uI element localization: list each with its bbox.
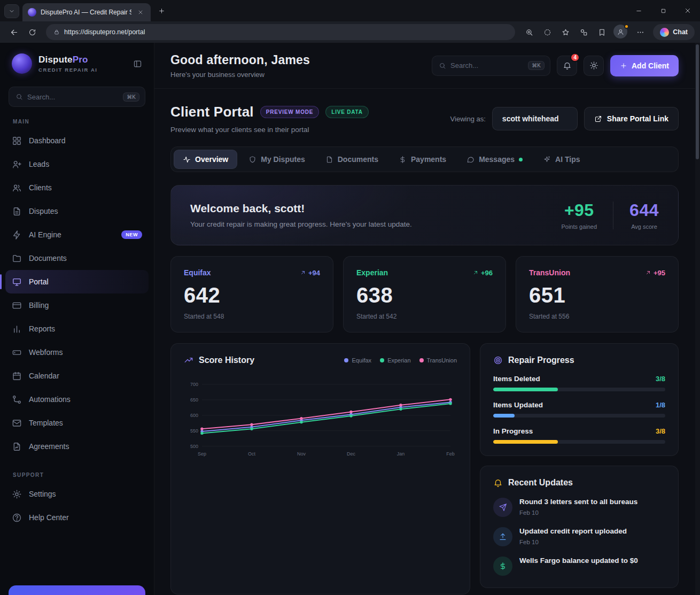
sidebar-item-ai-engine[interactable]: AI Engine NEW	[5, 223, 149, 246]
bureau-name: Equifax	[184, 268, 211, 277]
plus-icon	[620, 62, 627, 69]
notifications-button[interactable]: 4	[557, 56, 577, 76]
dollar-icon	[493, 557, 512, 576]
score-history-title: Score History	[199, 356, 254, 365]
client-selector[interactable]: scott whitehead	[492, 107, 578, 130]
tab-label: Overview	[195, 155, 228, 164]
update-date: Feb 10	[519, 509, 637, 516]
welcome-subtitle: Your credit repair is making great progr…	[190, 220, 412, 228]
sidebar-item-label: Help Center	[29, 513, 69, 522]
sidebar-item-templates[interactable]: Templates	[5, 411, 149, 435]
update-text: Wells Fargo balance updated to $0	[519, 557, 638, 566]
window-controls	[626, 0, 700, 21]
tab-my-disputes[interactable]: My Disputes	[239, 150, 314, 169]
brand-name: DisputePro	[38, 55, 98, 65]
sidebar-item-documents[interactable]: Documents	[5, 246, 149, 270]
close-button[interactable]	[675, 0, 700, 21]
new-tab-button[interactable]	[154, 3, 169, 18]
tab-payments[interactable]: Payments	[390, 150, 455, 169]
sidebar-item-label: Webforms	[29, 348, 63, 357]
update-text: Updated credit report uploaded	[519, 527, 627, 536]
add-client-button[interactable]: Add Client	[610, 55, 679, 76]
svg-text:550: 550	[190, 428, 198, 434]
header-search-input[interactable]	[450, 61, 524, 69]
header-search[interactable]: ⌘K	[432, 56, 550, 76]
share-portal-link-button[interactable]: Share Portal Link	[584, 107, 679, 130]
zoom-icon[interactable]	[520, 24, 538, 41]
sidebar-item-automations[interactable]: Automations	[5, 388, 149, 411]
address-bar[interactable]: https://disputepro.net/portal	[46, 24, 515, 40]
url-text: https://disputepro.net/portal	[64, 28, 145, 36]
sidebar-item-billing[interactable]: Billing	[5, 293, 149, 317]
sidebar-item-label: Disputes	[29, 207, 58, 215]
brand-subtitle: CREDIT REPAIR AI	[38, 67, 98, 73]
chat-button[interactable]: Chat	[653, 24, 695, 40]
progress-track	[493, 414, 665, 418]
sidebar-item-label: Calendar	[29, 372, 59, 380]
tab-label: Payments	[411, 155, 446, 164]
update-item: Wells Fargo balance updated to $0	[493, 557, 665, 576]
sidebar-collapse-icon[interactable]	[130, 57, 144, 71]
profile-avatar[interactable]	[613, 25, 628, 40]
browser-tab[interactable]: DisputePro AI — Credit Repair Soft	[22, 3, 151, 21]
sidebar-item-reports[interactable]: Reports	[5, 317, 149, 341]
sidebar-item-help-center[interactable]: Help Center	[5, 506, 149, 529]
back-icon[interactable]	[5, 24, 22, 41]
tab-search-chevron-icon[interactable]	[4, 4, 19, 18]
scrollbar-thumb[interactable]	[696, 44, 699, 159]
sidebar-item-disputes[interactable]: Disputes	[5, 199, 149, 223]
sidebar-item-portal[interactable]: Portal	[5, 270, 149, 293]
more-menu-icon[interactable]	[632, 24, 649, 41]
upgrade-card[interactable]	[9, 585, 145, 595]
bureau-name: Experian	[356, 268, 388, 277]
tab-documents[interactable]: Documents	[316, 150, 387, 169]
maximize-button[interactable]	[651, 0, 675, 21]
sidebar-item-label: AI Engine	[29, 230, 61, 239]
sidebar-item-clients[interactable]: Clients	[5, 176, 149, 199]
credit-card-icon	[12, 300, 22, 311]
profile-status-dot	[624, 24, 629, 29]
avg-score-value: 644	[629, 200, 659, 220]
send-icon	[493, 498, 512, 517]
collections-icon[interactable]	[593, 24, 610, 41]
page-scrollbar[interactable]	[695, 43, 700, 595]
browser-essentials-icon[interactable]	[539, 24, 556, 41]
svg-text:Feb: Feb	[446, 451, 454, 457]
svg-text:700: 700	[190, 382, 198, 387]
sidebar-item-leads[interactable]: Leads	[5, 152, 149, 176]
sidebar-item-label: Portal	[29, 277, 49, 286]
progress-track	[493, 388, 665, 391]
minimize-button[interactable]	[626, 0, 651, 21]
zap-icon	[12, 230, 22, 240]
tab-messages[interactable]: Messages	[457, 150, 532, 169]
progress-item: In Progress 3/8	[493, 427, 665, 444]
tab-overview[interactable]: Overview	[174, 150, 237, 169]
update-date: Feb 10	[519, 539, 627, 545]
sidebar-search[interactable]: ⌘K	[9, 87, 145, 107]
sidebar-item-dashboard[interactable]: Dashboard	[5, 129, 149, 152]
shortcut-badge: ⌘K	[123, 92, 139, 102]
page-subtitle: Preview what your clients see in their p…	[170, 126, 369, 134]
score-history-card: Score History Equifax Experian TransUnio…	[170, 343, 470, 594]
bureau-delta: +94	[300, 269, 320, 277]
sidebar-item-agreements[interactable]: Agreements	[5, 435, 149, 458]
sidebar-item-label: Billing	[29, 301, 49, 310]
bureau-card-experian: Experian +96 638 Started at 542	[343, 256, 506, 333]
app-root: DisputePro CREDIT REPAIR AI ⌘K MAIN Dash…	[0, 43, 700, 595]
sidebar-item-label: Leads	[29, 160, 49, 168]
chat-label: Chat	[673, 28, 688, 36]
repair-progress-card: Repair Progress Items Deleted 3/8	[480, 343, 679, 456]
theme-toggle-button[interactable]	[584, 56, 604, 76]
extensions-icon[interactable]	[575, 24, 592, 41]
sidebar-search-input[interactable]	[27, 93, 119, 101]
sidebar-item-calendar[interactable]: Calendar	[5, 364, 149, 388]
favorites-star-icon[interactable]	[557, 24, 574, 41]
new-badge: NEW	[121, 230, 142, 239]
tab-ai-tips[interactable]: AI Tips	[534, 150, 589, 169]
tab-close-icon[interactable]	[136, 7, 145, 17]
sidebar-item-webforms[interactable]: Webforms	[5, 341, 149, 364]
refresh-icon[interactable]	[24, 24, 41, 41]
svg-text:Jan: Jan	[397, 451, 405, 457]
svg-text:Sep: Sep	[198, 451, 206, 457]
sidebar-item-settings[interactable]: Settings	[5, 482, 149, 506]
